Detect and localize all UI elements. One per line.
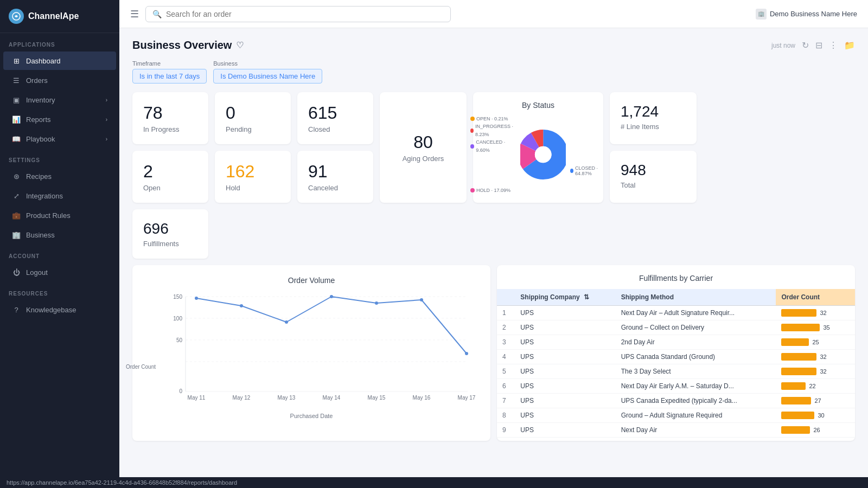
legend-inprogress: IN_PROGRESS · 8.23% bbox=[475, 123, 516, 138]
business-label: Business bbox=[213, 60, 322, 67]
search-input[interactable] bbox=[166, 10, 444, 18]
search-box[interactable]: 🔍 bbox=[145, 6, 451, 22]
table-row: 4 UPS UPS Canada Standard (Ground) 32 bbox=[497, 350, 855, 364]
business-name: Demo Business Name Here bbox=[770, 10, 857, 18]
svg-point-18 bbox=[240, 304, 243, 307]
plug-icon: ⤢ bbox=[12, 191, 21, 200]
bottom-section: Order Volume Order Count 150 100 bbox=[132, 265, 855, 441]
row-num: 10 bbox=[497, 438, 515, 441]
row-company: UPS bbox=[515, 350, 615, 364]
sidebar-item-business[interactable]: 🏢 Business bbox=[3, 226, 116, 244]
row-company: UPS bbox=[515, 394, 615, 408]
row-company: UPS bbox=[515, 335, 615, 350]
col-company[interactable]: Shipping Company ⇅ bbox=[515, 289, 615, 306]
briefcase-icon: 💼 bbox=[12, 211, 21, 220]
page-title: Business Overview ♡ bbox=[132, 39, 244, 52]
sidebar-item-recipes[interactable]: ⊛ Recipes bbox=[3, 167, 116, 185]
search-icon: 🔍 bbox=[152, 10, 162, 18]
logo-icon bbox=[9, 9, 24, 24]
table-header-row: Shipping Company ⇅ Shipping Method Order… bbox=[497, 289, 855, 306]
by-status-title: By Status bbox=[482, 101, 595, 110]
table-row: 7 UPS UPS Canada Expedited (typically 2-… bbox=[497, 394, 855, 408]
row-count: 35 bbox=[776, 320, 855, 335]
more-icon[interactable]: ⋮ bbox=[829, 40, 838, 50]
stat-line-items: 1,724 # Line Items bbox=[610, 92, 697, 144]
topbar: ☰ 🔍 🏢 Demo Business Name Here bbox=[119, 0, 868, 28]
sidebar-item-logout[interactable]: ⏻ Logout bbox=[3, 263, 116, 281]
pie-chart: OPEN · 0.21% IN_PROGRESS · 8.23% CANCELE… bbox=[482, 115, 595, 194]
hold-label: Hold bbox=[226, 184, 280, 192]
last-updated: just now bbox=[771, 42, 795, 49]
refresh-icon[interactable]: ↻ bbox=[802, 40, 809, 50]
sidebar-item-dashboard[interactable]: ⊞ Dashboard bbox=[3, 52, 116, 70]
sidebar-item-inventory[interactable]: ▣ Inventory › bbox=[3, 91, 116, 109]
sidebar-item-integrations[interactable]: ⤢ Integrations bbox=[3, 187, 116, 205]
svg-text:0: 0 bbox=[179, 388, 182, 394]
logout-icon: ⏻ bbox=[12, 268, 21, 277]
business-icon: 🏢 bbox=[756, 9, 767, 20]
legend-open: OPEN · 0.21% bbox=[476, 115, 508, 123]
fulfillments-label: Fulfillments bbox=[143, 240, 197, 248]
sidebar-item-label: Recipes bbox=[26, 172, 52, 181]
svg-point-20 bbox=[330, 295, 333, 298]
business-chip[interactable]: Is Demo Business Name Here bbox=[213, 69, 322, 84]
hamburger-icon[interactable]: ☰ bbox=[130, 8, 139, 20]
row-company: UPS bbox=[515, 379, 615, 394]
svg-point-21 bbox=[375, 301, 378, 305]
svg-point-6 bbox=[534, 146, 551, 163]
line-items-value: 1,724 bbox=[621, 103, 686, 120]
timeframe-label: Timeframe bbox=[132, 60, 207, 67]
by-status-card: By Status OPEN · 0.21% IN_PROGRESS · 8.2… bbox=[473, 92, 603, 203]
settings-label: SETTINGS bbox=[0, 149, 119, 166]
col-method: Shipping Method bbox=[616, 289, 776, 306]
row-num: 7 bbox=[497, 394, 515, 408]
row-count: 32 bbox=[776, 306, 855, 320]
main-area: ☰ 🔍 🏢 Demo Business Name Here Business O… bbox=[119, 0, 868, 488]
folder-icon[interactable]: 📁 bbox=[844, 40, 855, 50]
filter-icon[interactable]: ⊟ bbox=[815, 40, 822, 50]
sidebar-item-label: Business bbox=[26, 231, 55, 239]
line-chart-svg: 150 100 50 0 bbox=[163, 291, 480, 410]
fulfillments-table-scroll[interactable]: Shipping Company ⇅ Shipping Method Order… bbox=[497, 289, 855, 441]
row-method: Next Day Air Early A.M. – Saturday D... bbox=[616, 379, 776, 394]
row-method: Next Day Air bbox=[616, 423, 776, 438]
sidebar-item-product-rules[interactable]: 💼 Product Rules bbox=[3, 206, 116, 224]
sidebar-item-orders[interactable]: ☰ Orders bbox=[3, 71, 116, 89]
aging-label: Aging Orders bbox=[403, 155, 444, 163]
stat-closed: 615 Closed bbox=[297, 92, 373, 144]
svg-text:May 12: May 12 bbox=[233, 395, 251, 401]
row-company: UPS bbox=[515, 364, 615, 379]
canceled-label: Canceled bbox=[308, 184, 362, 192]
svg-text:100: 100 bbox=[173, 316, 182, 322]
row-count: 30 bbox=[776, 408, 855, 423]
total-label: Total bbox=[621, 181, 686, 189]
open-label: Open bbox=[143, 184, 197, 192]
row-count: 26 bbox=[776, 423, 855, 438]
business-badge: 🏢 Demo Business Name Here bbox=[756, 9, 857, 20]
stat-canceled: 91 Canceled bbox=[297, 151, 373, 203]
sidebar-item-reports[interactable]: 📊 Reports › bbox=[3, 110, 116, 129]
in-progress-value: 78 bbox=[143, 103, 197, 123]
row-method: 2nd Day Air bbox=[616, 335, 776, 350]
row-num: 5 bbox=[497, 364, 515, 379]
title-text: Business Overview bbox=[132, 39, 232, 52]
header-actions: just now ↻ ⊟ ⋮ 📁 bbox=[771, 40, 855, 50]
favorite-icon[interactable]: ♡ bbox=[236, 40, 244, 50]
recipe-icon: ⊛ bbox=[12, 172, 21, 181]
table-row: 10 UPS Next Day Air Early A.M. 29 bbox=[497, 438, 855, 441]
svg-text:May 15: May 15 bbox=[368, 395, 386, 401]
timeframe-chip[interactable]: Is in the last 7 days bbox=[132, 69, 207, 84]
closed-label: Closed bbox=[308, 125, 362, 133]
table-row: 5 UPS The 3 Day Select 32 bbox=[497, 364, 855, 379]
sidebar-item-knowledgebase[interactable]: ? Knowledgebase bbox=[3, 300, 116, 319]
svg-point-17 bbox=[195, 297, 198, 300]
stat-open: 2 Open bbox=[132, 151, 208, 203]
line-items-label: # Line Items bbox=[621, 123, 686, 131]
fulfillments-value: 696 bbox=[143, 220, 197, 237]
table-row: 6 UPS Next Day Air Early A.M. – Saturday… bbox=[497, 379, 855, 394]
sidebar-item-playbook[interactable]: 📖 Playbook › bbox=[3, 130, 116, 148]
row-method: UPS Canada Standard (Ground) bbox=[616, 350, 776, 364]
row-count: 29 bbox=[776, 438, 855, 441]
svg-point-22 bbox=[420, 298, 423, 301]
svg-text:May 16: May 16 bbox=[413, 395, 431, 401]
